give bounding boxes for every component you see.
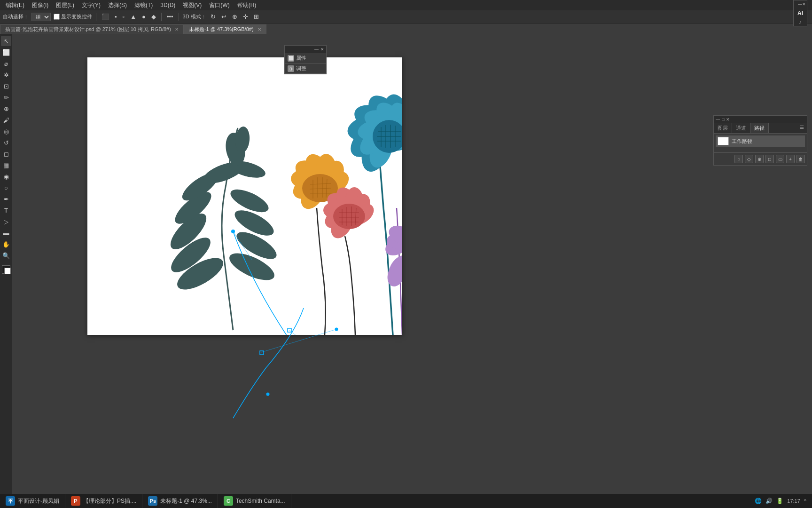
ai-panel-minimize[interactable]: — <box>798 2 802 7</box>
menu-help[interactable]: 帮助(H) <box>234 0 260 10</box>
orbit-icon[interactable]: ⊕ <box>231 13 239 20</box>
clock-time: 17:17 <box>787 498 800 504</box>
add-mask-btn[interactable]: ▭ <box>776 155 784 163</box>
align-left-icon[interactable]: ⬛ <box>100 13 110 20</box>
taskbar-flat-design[interactable]: 平 平面设计-顾凤娟 <box>0 494 65 508</box>
auto-select-dropdown[interactable]: 组 <box>31 13 51 21</box>
eyedropper-tool[interactable]: ✏ <box>1 92 11 103</box>
shape-tool[interactable]: ▬ <box>1 228 11 238</box>
delete-path-btn[interactable]: 🗑 <box>796 155 805 163</box>
menu-select[interactable]: 选择(S) <box>104 0 131 10</box>
path-label: 工作路径 <box>732 138 752 145</box>
move-tool[interactable]: ↖ <box>1 36 11 46</box>
properties-label: 属性 <box>296 55 306 62</box>
menu-text[interactable]: 文字(Y) <box>78 0 104 10</box>
menu-3d[interactable]: 3D(D) <box>156 1 179 9</box>
align-center-icon[interactable]: ▪ <box>113 13 118 20</box>
pan-icon[interactable]: ✛ <box>242 13 250 20</box>
background-color[interactable] <box>4 268 11 274</box>
blur-tool[interactable]: ◉ <box>1 171 11 182</box>
path-to-selection-btn[interactable]: ⊕ <box>755 155 764 163</box>
zoom3d-icon[interactable]: ⊞ <box>252 13 260 20</box>
svg-rect-81 <box>260 351 264 355</box>
tab-psd-file[interactable]: 插画篇-泡泡花卉插画背景素材设计.psd @ 271% (图层 10 拷贝, R… <box>0 24 184 34</box>
more-icon[interactable]: ••• <box>165 13 175 20</box>
float-panel: — ✕ ⬜ 属性 ◑ 调整 <box>284 45 327 74</box>
menu-edit[interactable]: 编辑(E) <box>2 0 28 10</box>
adjustments-icon: ◑ <box>288 65 294 72</box>
taskbar-ps[interactable]: Ps 未标题-1 @ 47.3%... <box>142 494 218 508</box>
zoom-tool[interactable]: 🔍 <box>1 250 11 261</box>
menu-filter[interactable]: 滤镜(T) <box>131 0 156 10</box>
svg-point-77 <box>231 230 235 233</box>
lasso-tool[interactable]: ⌀ <box>1 58 11 69</box>
taskbar-camtasia[interactable]: C TechSmith Camta... <box>218 494 291 508</box>
taskbar-time-area: 🌐 🔊 🔋 17:17 ^ <box>749 498 812 504</box>
clone-tool[interactable]: ◎ <box>1 126 11 136</box>
camtasia-label: TechSmith Camta... <box>236 498 285 504</box>
status-bar: 平 平面设计-顾凤娟 P 【理论部分】PS插.... Ps 未标题-1 @ 47… <box>0 494 812 508</box>
align-top-icon[interactable]: ▲ <box>129 13 138 20</box>
right-panel-close[interactable]: ✕ <box>726 117 730 122</box>
canvas-svg <box>87 57 402 335</box>
right-panel-header: — □ ✕ <box>714 116 807 123</box>
svg-point-83 <box>266 393 270 396</box>
ai-panel-close[interactable]: ✕ <box>802 2 806 7</box>
eraser-tool[interactable]: ◻ <box>1 149 11 159</box>
path-select-tool[interactable]: ▷ <box>1 216 11 227</box>
taskbar-ppt[interactable]: P 【理论部分】PS插.... <box>65 494 142 508</box>
system-tray-expand[interactable]: ^ <box>804 498 806 504</box>
tab-untitled[interactable]: 未标题-1 @ 47.3%(RGB/8#) ✕ <box>184 24 266 34</box>
menu-layers[interactable]: 图层(L) <box>52 0 78 10</box>
magic-wand-tool[interactable]: ✲ <box>1 70 11 80</box>
gradient-tool[interactable]: ▦ <box>1 160 11 170</box>
canvas-document <box>87 57 402 335</box>
divider-3 <box>179 13 179 21</box>
show-transform-checkbox[interactable]: 显示变换控件 <box>54 13 92 20</box>
menu-window[interactable]: 窗口(W) <box>205 0 233 10</box>
align-right-icon[interactable]: ▫ <box>121 13 126 20</box>
stroke-path-btn[interactable]: ◇ <box>745 155 753 163</box>
float-panel-close[interactable]: ✕ <box>320 47 324 52</box>
taskbar: 平 平面设计-顾凤娟 P 【理论部分】PS插.... Ps 未标题-1 @ 47… <box>0 494 812 508</box>
crop-tool[interactable]: ⊡ <box>1 81 11 91</box>
adjustments-tab[interactable]: ◑ 调整 <box>285 64 326 74</box>
layers-tab[interactable]: 图层 <box>714 123 732 133</box>
text-tool[interactable]: T <box>1 205 11 215</box>
history-brush-tool[interactable]: ↺ <box>1 137 11 148</box>
undo-icon[interactable]: ↩ <box>220 13 228 20</box>
float-panel-minimize[interactable]: — <box>314 47 319 52</box>
rect-select-tool[interactable]: ⬜ <box>1 47 11 57</box>
channels-tab[interactable]: 通道 <box>732 123 750 133</box>
right-panel-tabs: 图层 通道 路径 ☰ <box>714 123 807 134</box>
tab-untitled-close[interactable]: ✕ <box>258 27 261 32</box>
align-middle-icon[interactable]: ● <box>141 13 147 20</box>
ppt-label: 【理论部分】PS插.... <box>83 497 136 505</box>
selection-to-path-btn[interactable]: □ <box>765 155 774 163</box>
brush-tool[interactable]: 🖌 <box>1 115 11 125</box>
foreground-color[interactable] <box>2 265 10 274</box>
right-panel-minimize[interactable]: — <box>716 117 720 122</box>
align-bottom-icon[interactable]: ◆ <box>150 13 157 20</box>
show-transform-input[interactable] <box>54 14 60 20</box>
panel-menu-btn[interactable]: ☰ <box>797 123 807 133</box>
heal-tool[interactable]: ⊕ <box>1 103 11 114</box>
rotate-icon[interactable]: ↻ <box>209 13 217 20</box>
tab-psd-close[interactable]: ✕ <box>175 27 179 32</box>
properties-tab[interactable]: ⬜ 属性 <box>285 53 326 64</box>
hand-tool[interactable]: ✋ <box>1 239 11 249</box>
ai-label[interactable]: AI <box>796 8 805 18</box>
new-path-btn[interactable]: + <box>786 155 795 163</box>
right-panel-maximize[interactable]: □ <box>722 117 724 122</box>
float-panel-header: — ✕ <box>285 46 326 53</box>
ps-icon: Ps <box>148 496 157 506</box>
divider-1 <box>96 13 96 21</box>
work-path-item[interactable]: 工作路径 <box>716 135 805 147</box>
menu-image[interactable]: 图像(I) <box>28 0 52 10</box>
dodge-tool[interactable]: ○ <box>1 183 11 193</box>
pen-tool[interactable]: ✒ <box>1 194 11 204</box>
paths-tab[interactable]: 路径 <box>750 123 769 133</box>
options-bar: 自动选择： 组 显示变换控件 ⬛ ▪ ▫ ▲ ● ◆ ••• 3D 模式： ↻ … <box>0 10 812 24</box>
menu-view[interactable]: 视图(V) <box>179 0 205 10</box>
fill-path-btn[interactable]: ○ <box>734 155 743 163</box>
